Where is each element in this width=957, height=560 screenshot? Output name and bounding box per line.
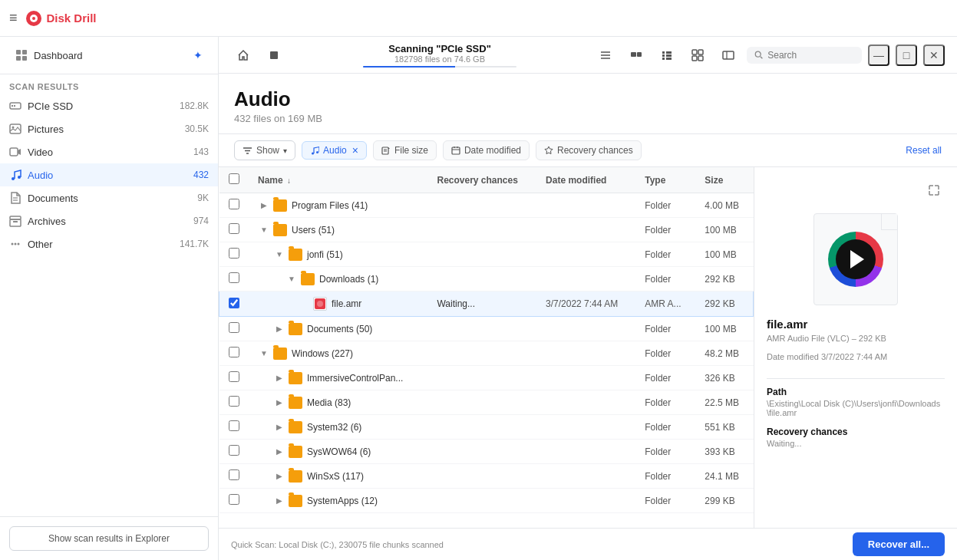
sidebar-item-video[interactable]: Video 143 xyxy=(0,140,218,163)
view-preview-button[interactable] xyxy=(716,43,741,68)
menu-icon[interactable]: ≡ xyxy=(9,10,18,26)
sidebar-item-count-audio: 432 xyxy=(193,170,209,180)
dashboard-button[interactable]: Dashboard ✦ xyxy=(9,44,209,66)
table-row[interactable]: ▶Media (83)Folder22.5 MB xyxy=(219,390,754,415)
table-row[interactable]: ▶System32 (6)Folder551 KB xyxy=(219,415,754,440)
svg-rect-29 xyxy=(666,54,672,57)
date-cell xyxy=(536,341,635,366)
folder-icon xyxy=(273,224,287,236)
view-grid-button[interactable] xyxy=(685,43,710,68)
row-checkbox[interactable] xyxy=(229,420,239,431)
table-row[interactable]: ▼jonfi (51)Folder100 MB xyxy=(219,242,754,267)
filter-icon xyxy=(243,146,252,156)
expand-button[interactable]: ▶ xyxy=(273,397,285,409)
date-modified-filter[interactable]: Date modified xyxy=(443,140,530,160)
type-cell: Folder xyxy=(635,415,695,440)
svg-rect-30 xyxy=(662,58,665,60)
row-checkbox[interactable] xyxy=(229,494,239,505)
recovery-cell xyxy=(427,390,536,415)
file-size-label: File size xyxy=(394,145,428,156)
expand-button[interactable]: ▼ xyxy=(258,224,270,236)
sidebar-item-label-other: Other xyxy=(28,239,173,250)
row-checkbox[interactable] xyxy=(229,298,239,308)
file-icon-amr xyxy=(313,297,327,311)
row-checkbox[interactable] xyxy=(229,199,239,209)
expand-button[interactable]: ▶ xyxy=(273,495,285,507)
sidebar-item-pictures[interactable]: Pictures 30.5K xyxy=(0,117,218,140)
row-checkbox[interactable] xyxy=(229,223,239,234)
expand-button[interactable]: ▶ xyxy=(273,470,285,483)
type-cell: Folder xyxy=(635,242,695,267)
row-checkbox[interactable] xyxy=(229,396,239,407)
recover-button[interactable]: Recover all... xyxy=(853,532,945,556)
row-checkbox[interactable] xyxy=(229,371,239,382)
expand-button[interactable]: ▶ xyxy=(273,323,285,335)
stop-button[interactable] xyxy=(262,43,286,68)
show-explorer-button[interactable]: Show scan results in Explorer xyxy=(9,526,209,551)
row-checkbox[interactable] xyxy=(229,322,239,333)
row-checkbox[interactable] xyxy=(229,248,239,259)
table-row[interactable]: ▶WinSxS (117)Folder24.1 MB xyxy=(219,464,754,489)
view-compact-button[interactable] xyxy=(593,43,618,68)
svg-point-38 xyxy=(755,51,761,57)
expand-button[interactable]: ▼ xyxy=(258,348,270,360)
sidebar-item-other[interactable]: Other 141.7K xyxy=(0,232,218,255)
view-list-button[interactable] xyxy=(655,43,679,68)
expand-button[interactable]: ▶ xyxy=(273,446,285,458)
row-checkbox[interactable] xyxy=(229,445,239,456)
audio-chip-close[interactable]: × xyxy=(352,145,358,156)
svg-rect-32 xyxy=(692,50,697,54)
table-row[interactable]: ▶Program Files (41)Folder4.00 MB xyxy=(219,193,754,218)
type-cell: Folder xyxy=(635,464,695,489)
sidebar-item-documents[interactable]: Documents 9K xyxy=(0,186,218,209)
svg-rect-34 xyxy=(692,56,697,61)
table-row[interactable]: ▶ImmersiveControlPan...Folder326 KB xyxy=(219,366,754,390)
expand-button[interactable]: ▶ xyxy=(258,199,270,212)
maximize-button[interactable]: □ xyxy=(896,44,917,66)
table-row[interactable]: ▶Documents (50)Folder100 MB xyxy=(219,317,754,341)
recovery-chances-filter[interactable]: Recovery chances xyxy=(536,140,642,160)
table-row[interactable]: ▼Users (51)Folder100 MB xyxy=(219,218,754,242)
table-row[interactable]: ▼Downloads (1)Folder292 KB xyxy=(219,267,754,292)
svg-rect-9 xyxy=(14,105,15,107)
folder-icon xyxy=(289,397,302,409)
sidebar-item-audio[interactable]: Audio 432 xyxy=(0,163,218,186)
search-box[interactable] xyxy=(747,47,862,64)
sidebar-item-pcie-ssd[interactable]: PCIe SSD 182.8K xyxy=(0,94,218,117)
close-button[interactable]: ✕ xyxy=(923,44,945,66)
home-button[interactable] xyxy=(231,43,256,68)
row-checkbox[interactable] xyxy=(229,347,239,357)
table-row[interactable]: ▶SystemApps (12)Folder299 KB xyxy=(219,489,754,513)
minimize-button[interactable]: — xyxy=(868,44,889,66)
table-row[interactable]: ▶SysWOW64 (6)Folder393 KB xyxy=(219,440,754,464)
view-folder-button[interactable] xyxy=(624,43,648,68)
filter-bar: Show ▾ Audio × File size Date modified R… xyxy=(219,134,957,167)
size-cell: 24.1 MB xyxy=(695,464,753,489)
select-all-checkbox[interactable] xyxy=(229,173,239,184)
file-size-filter[interactable]: File size xyxy=(373,140,437,160)
music-filter-icon xyxy=(310,146,319,155)
music-icon xyxy=(9,169,21,181)
expand-button[interactable]: ▶ xyxy=(273,372,285,384)
audio-filter-chip[interactable]: Audio × xyxy=(302,141,367,160)
table-row[interactable]: file.amrWaiting...3/7/2022 7:44 AMAMR A.… xyxy=(219,292,754,317)
row-checkbox[interactable] xyxy=(229,272,239,283)
type-cell: Folder xyxy=(635,317,695,341)
col-name[interactable]: Name ↓ xyxy=(249,167,427,193)
expand-button[interactable]: ▼ xyxy=(273,249,285,261)
size-cell: 326 KB xyxy=(695,366,753,390)
stop-icon xyxy=(268,49,280,61)
expand-panel-button[interactable] xyxy=(923,180,945,201)
file-name: Users (51) xyxy=(292,225,335,236)
file-name: Documents (50) xyxy=(307,324,372,334)
expand-button[interactable]: ▼ xyxy=(285,273,298,285)
show-filter-button[interactable]: Show ▾ xyxy=(234,140,295,160)
reset-all-link[interactable]: Reset all xyxy=(906,145,942,156)
table-row[interactable]: ▼Windows (227)Folder48.2 MB xyxy=(219,341,754,366)
expand-button[interactable]: ▶ xyxy=(273,421,285,433)
svg-rect-35 xyxy=(698,56,703,61)
sidebar-item-archives[interactable]: Archives 974 xyxy=(0,209,218,232)
svg-rect-31 xyxy=(666,58,672,60)
search-input[interactable] xyxy=(767,50,854,61)
row-checkbox[interactable] xyxy=(229,469,239,480)
